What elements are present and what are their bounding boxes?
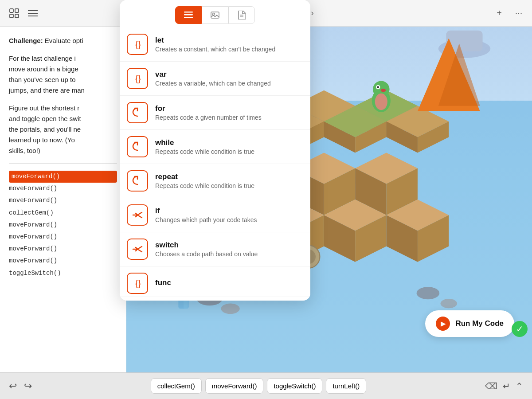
tab-list[interactable] xyxy=(175,6,202,24)
repeat-name: repeat xyxy=(155,172,303,181)
add-button[interactable]: + xyxy=(493,7,505,20)
run-play-icon: ▶ xyxy=(436,317,450,331)
left-panel: Challenge: Evaluate opti For the last ch… xyxy=(0,27,126,372)
switch-icon xyxy=(127,239,148,260)
caret-button[interactable]: ⌃ xyxy=(516,381,523,391)
svg-point-60 xyxy=(221,304,240,314)
if-name: if xyxy=(155,207,303,215)
grid-icon[interactable] xyxy=(7,6,21,20)
svg-point-70 xyxy=(375,94,387,110)
var-text: var Creates a variable, which can be cha… xyxy=(155,70,303,87)
delete-button[interactable]: ⌫ xyxy=(485,381,497,391)
svg-point-62 xyxy=(441,299,458,308)
bottom-right-controls: ⌫ ↵ ⌃ xyxy=(485,381,523,391)
divider xyxy=(9,163,117,164)
list-item[interactable]: repeat Repeats code while condition is t… xyxy=(120,164,310,198)
while-name: while xyxy=(155,138,303,147)
svg-rect-74 xyxy=(184,14,193,16)
code-line: moveForward() xyxy=(9,183,117,195)
bottom-left-controls: ↩ ↪ xyxy=(9,380,32,392)
svg-rect-1 xyxy=(15,9,19,12)
repeat-icon xyxy=(127,170,148,192)
svg-rect-3 xyxy=(15,14,19,18)
switch-desc: Chooses a code path based on value xyxy=(155,250,303,258)
let-text: let Creates a constant, which can't be c… xyxy=(155,36,303,53)
svg-point-61 xyxy=(417,287,440,299)
svg-rect-73 xyxy=(184,12,193,13)
repeat-text: repeat Repeats code while condition is t… xyxy=(155,172,303,189)
switch-name: switch xyxy=(155,241,303,250)
svg-line-82 xyxy=(137,215,142,218)
func-text: func xyxy=(155,278,303,288)
while-text: while Repeats code while condition is tr… xyxy=(155,138,303,155)
body-text-2: Figure out the shortest r and toggle ope… xyxy=(9,103,117,156)
for-desc: Repeats code a given number of times xyxy=(155,114,303,121)
tab-image[interactable] xyxy=(202,6,228,24)
bottom-center-actions: collectGem() moveForward() toggleSwitch(… xyxy=(151,378,367,394)
code-block: moveForward()moveForward()moveForward()c… xyxy=(9,171,117,279)
collect-gem-button[interactable]: collectGem() xyxy=(151,378,202,394)
challenge-intro: Challenge: Evaluate opti xyxy=(9,35,117,46)
list-item[interactable]: while Repeats code while condition is tr… xyxy=(120,130,310,164)
run-button-label: Run My Code xyxy=(455,319,504,328)
popup-list: { } let Creates a constant, which can't … xyxy=(120,24,310,301)
svg-point-69 xyxy=(381,89,386,92)
bottom-bar: ↩ ↪ collectGem() moveForward() toggleSwi… xyxy=(0,372,532,399)
list-item[interactable]: { } func xyxy=(120,266,310,297)
code-line: moveForward() xyxy=(9,243,117,255)
challenge-text-snippet: Evaluate opti xyxy=(43,37,83,44)
for-text: for Repeats code a given number of times xyxy=(155,104,303,121)
code-line: collectGem() xyxy=(9,207,117,219)
move-forward-button[interactable]: moveForward() xyxy=(205,378,264,394)
list-icon[interactable] xyxy=(26,6,40,20)
for-name: for xyxy=(155,104,303,113)
svg-point-68 xyxy=(377,86,379,88)
list-item[interactable]: if Changes which path your code takes xyxy=(120,198,310,232)
func-icon: { } xyxy=(127,273,148,294)
code-line: moveForward() xyxy=(9,255,117,267)
var-desc: Creates a variable, which can be changed xyxy=(155,80,303,87)
list-item[interactable]: { } var Creates a variable, which can be… xyxy=(120,62,310,96)
check-complete-icon[interactable]: ✓ xyxy=(512,321,528,337)
popup-overlay: { } let Creates a constant, which can't … xyxy=(120,0,310,301)
if-desc: Changes which path your code takes xyxy=(155,216,303,223)
let-desc: Creates a constant, which can't be chang… xyxy=(155,46,303,53)
svg-rect-0 xyxy=(10,9,13,12)
for-icon xyxy=(127,102,148,123)
turn-left-button[interactable]: turnLeft() xyxy=(326,378,366,394)
if-text: if Changes which path your code takes xyxy=(155,207,303,223)
enter-button[interactable]: ↵ xyxy=(503,381,510,391)
while-icon xyxy=(127,136,148,157)
list-item[interactable]: switch Chooses a code path based on valu… xyxy=(120,232,310,266)
repeat-desc: Repeats code while condition is true xyxy=(155,182,303,189)
body-text-1: For the last challenge i move around in … xyxy=(9,53,117,96)
code-line: toggleSwitch() xyxy=(9,267,117,279)
list-item[interactable]: for Repeats code a given number of times xyxy=(120,96,310,130)
list-item[interactable]: { } let Creates a constant, which can't … xyxy=(120,27,310,62)
var-icon: { } xyxy=(127,68,148,89)
popup-tabs xyxy=(120,0,310,24)
code-line: moveForward() xyxy=(9,171,117,183)
toggle-switch-button[interactable]: toggleSwitch() xyxy=(267,378,322,394)
more-button[interactable]: ··· xyxy=(512,7,525,20)
code-line: moveForward() xyxy=(9,219,117,231)
svg-line-84 xyxy=(137,246,142,249)
tab-doc[interactable] xyxy=(228,6,255,24)
run-button[interactable]: ▶ Run My Code xyxy=(425,310,514,337)
func-name: func xyxy=(155,278,303,287)
svg-rect-2 xyxy=(10,14,13,18)
let-icon: { } xyxy=(127,34,148,55)
switch-text: switch Chooses a code path based on valu… xyxy=(155,241,303,258)
if-icon xyxy=(127,204,148,226)
code-line: moveForward() xyxy=(9,195,117,207)
var-name: var xyxy=(155,70,303,79)
code-line: moveForward() xyxy=(9,231,117,243)
svg-rect-75 xyxy=(184,17,193,18)
challenge-label: Challenge: xyxy=(9,37,43,44)
redo-button[interactable]: ↪ xyxy=(24,380,32,392)
svg-line-81 xyxy=(137,212,142,215)
svg-line-85 xyxy=(137,249,142,252)
let-name: let xyxy=(155,36,303,45)
undo-button[interactable]: ↩ xyxy=(9,380,17,392)
nav-right: + ··· xyxy=(493,7,525,20)
